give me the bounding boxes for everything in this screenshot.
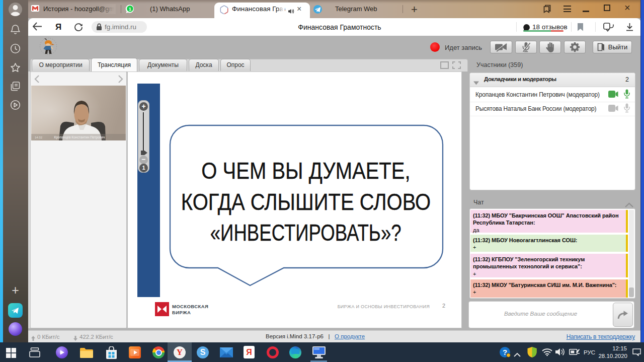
svg-text:1: 1: [129, 6, 132, 12]
svg-text:Кропанцев Константин Петрович: Кропанцев Константин Петрович: [54, 135, 105, 139]
svg-text:14:32: 14:32: [35, 136, 43, 139]
